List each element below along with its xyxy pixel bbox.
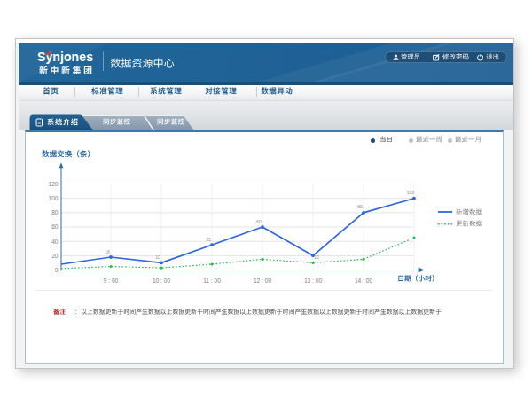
svg-text:0: 0 (55, 267, 59, 273)
svg-text:10 : 00: 10 : 00 (153, 278, 170, 284)
svg-text:60: 60 (51, 223, 59, 230)
svg-text:60: 60 (256, 219, 262, 224)
svg-text:80: 80 (357, 204, 363, 209)
svg-text:12 : 00: 12 : 00 (254, 278, 271, 284)
svg-text:10: 10 (155, 254, 160, 260)
svg-text:11 : 00: 11 : 00 (203, 278, 221, 284)
svg-text:14 : 00: 14 : 00 (355, 278, 372, 284)
svg-text:10: 10 (314, 254, 319, 260)
svg-text:40: 40 (51, 239, 59, 245)
svg-text:20: 20 (51, 253, 59, 259)
svg-text:13 : 00: 13 : 00 (304, 278, 322, 284)
svg-text:100: 100 (407, 190, 415, 195)
svg-text:18: 18 (105, 249, 110, 254)
svg-text:80: 80 (51, 209, 59, 215)
svg-text:120: 120 (48, 181, 58, 187)
svg-text:100: 100 (48, 195, 58, 201)
svg-text:9 : 00: 9 : 00 (104, 278, 119, 284)
svg-text:35: 35 (206, 237, 211, 242)
